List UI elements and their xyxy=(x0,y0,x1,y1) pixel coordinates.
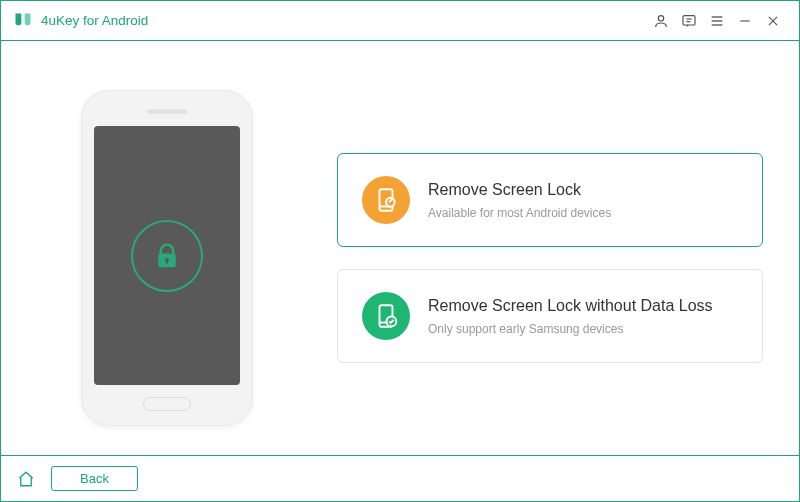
menu-icon[interactable] xyxy=(703,7,731,35)
phone-check-icon xyxy=(362,292,410,340)
option-remove-screen-lock[interactable]: Remove Screen Lock Available for most An… xyxy=(337,153,763,247)
phone-home-button-icon xyxy=(143,397,191,411)
home-button[interactable] xyxy=(15,468,37,490)
app-logo-icon xyxy=(13,11,33,31)
app-window: 4uKey for Android xyxy=(0,0,800,502)
options-column: Remove Screen Lock Available for most An… xyxy=(337,71,763,445)
svg-rect-1 xyxy=(683,15,695,24)
account-icon[interactable] xyxy=(647,7,675,35)
option-remove-screen-lock-no-data-loss[interactable]: Remove Screen Lock without Data Loss Onl… xyxy=(337,269,763,363)
main-content: Remove Screen Lock Available for most An… xyxy=(1,41,799,455)
title-bar: 4uKey for Android xyxy=(1,1,799,41)
phone-unlock-icon xyxy=(362,176,410,224)
phone-illustration-column xyxy=(37,71,297,445)
option-title: Remove Screen Lock xyxy=(428,180,611,201)
option-subtitle: Only support early Samsung devices xyxy=(428,322,713,336)
option-title: Remove Screen Lock without Data Loss xyxy=(428,296,713,317)
phone-screen xyxy=(94,126,240,385)
back-button[interactable]: Back xyxy=(51,466,138,491)
phone-illustration xyxy=(81,90,253,426)
minimize-button[interactable] xyxy=(731,7,759,35)
svg-rect-12 xyxy=(166,259,168,263)
feedback-icon[interactable] xyxy=(675,7,703,35)
lock-circle-icon xyxy=(131,220,203,292)
app-title: 4uKey for Android xyxy=(41,13,148,28)
footer-bar: Back xyxy=(1,455,799,501)
svg-point-15 xyxy=(386,198,395,207)
svg-point-0 xyxy=(658,15,663,20)
close-button[interactable] xyxy=(759,7,787,35)
phone-speaker-icon xyxy=(147,109,187,114)
option-subtitle: Available for most Android devices xyxy=(428,206,611,220)
